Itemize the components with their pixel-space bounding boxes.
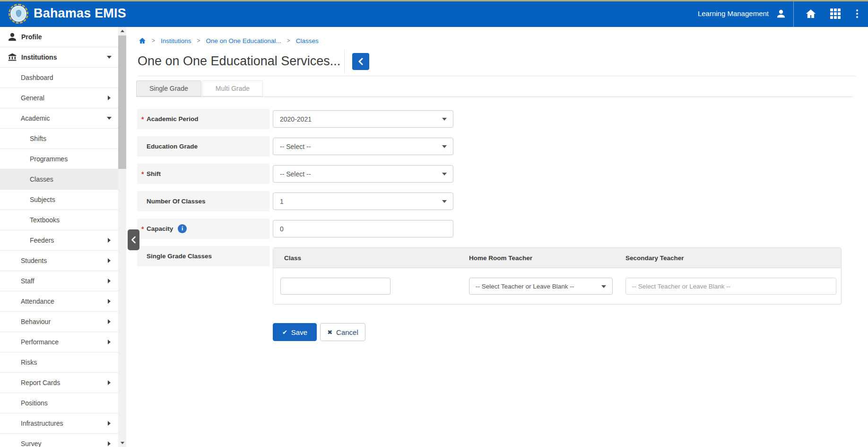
app-header: Bahamas EMIS Learning Management xyxy=(0,0,868,27)
sidebar-item-label: Behaviour xyxy=(21,318,51,325)
sidebar-item-programmes[interactable]: Programmes xyxy=(0,149,118,169)
sidebar-item-label: Subjects xyxy=(30,196,55,203)
chevron-down-icon xyxy=(442,145,447,148)
sidebar-item-risks[interactable]: Risks xyxy=(0,352,118,373)
sidebar-item-label: Students xyxy=(21,257,47,264)
sidebar-item-label: Performance xyxy=(21,338,59,346)
field-label-text: Number Of Classes xyxy=(147,198,206,205)
user-icon[interactable] xyxy=(776,9,786,18)
sidebar-item-survey[interactable]: Survey xyxy=(0,434,118,447)
breadcrumb-separator: > xyxy=(287,37,290,44)
chevron-down-icon xyxy=(442,118,447,121)
sidebar-item-label: Report Cards xyxy=(21,379,60,386)
sidebar-item-positions[interactable]: Positions xyxy=(0,393,118,413)
scrollbar-down-arrow[interactable] xyxy=(118,439,126,447)
sidebar-item-performance[interactable]: Performance xyxy=(0,332,118,352)
secondary-teacher-input[interactable] xyxy=(625,278,836,295)
sidebar-item-label: Profile xyxy=(21,33,42,41)
scrollbar-up-arrow[interactable] xyxy=(118,27,126,35)
field-control-number-of-classes: 1 xyxy=(273,193,453,210)
window-edge-strip xyxy=(0,0,868,1)
sidebar-item-label: Programmes xyxy=(30,155,68,163)
sidebar-item-infrastructures[interactable]: Infrastructures xyxy=(0,413,118,434)
column-header-secondary-teacher: Secondary Teacher xyxy=(625,254,841,262)
user-icon xyxy=(8,32,17,42)
form-fields: *Academic Period2020-2021Education Grade… xyxy=(137,109,868,239)
sidebar-item-report-cards[interactable]: Report Cards xyxy=(0,373,118,393)
sidebar-item-label: Shifts xyxy=(30,135,46,142)
sidebar-item-label: Dashboard xyxy=(21,74,53,81)
cancel-button[interactable]: ✖ Cancel xyxy=(320,323,365,341)
class-name-input[interactable] xyxy=(280,278,391,295)
chevron-right-icon xyxy=(108,96,111,100)
kebab-menu-icon[interactable] xyxy=(855,9,859,19)
sidebar-item-classes[interactable]: Classes xyxy=(0,169,118,190)
sidebar-item-dashboard[interactable]: Dashboard xyxy=(0,68,118,88)
number-of-classes-select[interactable]: 1 xyxy=(273,193,453,210)
header-divider xyxy=(793,0,794,27)
tabs: Single GradeMulti Grade xyxy=(136,81,852,97)
sidebar-item-staff[interactable]: Staff xyxy=(0,271,118,291)
sidebar-item-profile[interactable]: Profile xyxy=(0,27,118,47)
app-window: Bahamas EMIS Learning Management Profile… xyxy=(0,0,868,447)
sidebar-item-attendance[interactable]: Attendance xyxy=(0,291,118,312)
home-room-teacher-select[interactable]: -- Select Teacher or Leave Blank -- xyxy=(469,278,613,295)
sidebar-item-academic[interactable]: Academic xyxy=(0,108,118,129)
form-row-shift: *Shift-- Select -- xyxy=(137,164,868,184)
field-label-education-grade: Education Grade xyxy=(137,136,269,157)
chevron-down-icon xyxy=(442,173,447,175)
academic-period-select[interactable]: 2020-2021 xyxy=(273,110,453,128)
title-divider xyxy=(344,50,345,73)
capacity-input[interactable] xyxy=(273,220,453,237)
field-label-text: Capacity xyxy=(147,225,173,232)
breadcrumb-link-one-on-one-educational[interactable]: One on One Educational... xyxy=(206,37,281,44)
class-form: *Academic Period2020-2021Education Grade… xyxy=(137,109,868,341)
sidebar-collapse-handle[interactable] xyxy=(128,229,139,250)
info-icon[interactable]: i xyxy=(178,224,187,233)
check-icon: ✔ xyxy=(282,329,287,336)
required-asterisk: * xyxy=(141,170,147,178)
form-row-education-grade: Education Grade-- Select -- xyxy=(137,136,868,157)
sidebar-scrollbar[interactable] xyxy=(118,27,126,447)
breadcrumb-link-institutions[interactable]: Institutions xyxy=(161,37,191,44)
sidebar-item-behaviour[interactable]: Behaviour xyxy=(0,312,118,332)
field-label-single-grade-classes: Single Grade Classes xyxy=(137,246,269,266)
sidebar-item-label: Classes xyxy=(30,175,53,183)
required-asterisk: * xyxy=(141,115,147,123)
field-label-number-of-classes: Number Of Classes xyxy=(137,191,269,211)
education-grade-select[interactable]: -- Select -- xyxy=(273,138,453,155)
breadcrumb-home-icon[interactable] xyxy=(139,37,146,44)
scrollbar-thumb[interactable] xyxy=(118,35,126,169)
back-button[interactable] xyxy=(352,53,369,70)
column-header-home-room-teacher: Home Room Teacher xyxy=(469,254,625,262)
breadcrumb-link-classes[interactable]: Classes xyxy=(296,37,319,44)
chevron-down-icon xyxy=(107,117,112,120)
tab-single-grade[interactable]: Single Grade xyxy=(136,80,201,96)
sidebar-item-label: Institutions xyxy=(21,53,57,61)
sidebar-item-textbooks[interactable]: Textbooks xyxy=(0,210,118,230)
field-control-education-grade: -- Select -- xyxy=(273,138,453,155)
shift-select[interactable]: -- Select -- xyxy=(273,165,453,183)
app-title: Bahamas EMIS xyxy=(34,6,126,21)
page-title: One on One Educational Services... xyxy=(138,54,340,69)
field-control-academic-period: 2020-2021 xyxy=(273,110,453,128)
chevron-right-icon xyxy=(108,238,111,243)
chevron-down-icon xyxy=(442,200,447,203)
selected-value: 1 xyxy=(280,198,284,205)
sidebar-item-feeders[interactable]: Feeders xyxy=(0,230,118,251)
home-icon[interactable] xyxy=(805,8,816,19)
sidebar-item-shifts[interactable]: Shifts xyxy=(0,129,118,149)
apps-grid-icon[interactable] xyxy=(830,9,841,19)
sidebar-item-institutions[interactable]: Institutions xyxy=(0,47,118,68)
sidebar-item-label: Feeders xyxy=(30,237,54,244)
form-row-academic-period: *Academic Period2020-2021 xyxy=(137,109,868,129)
bank-icon xyxy=(8,53,17,62)
sidebar-item-general[interactable]: General xyxy=(0,88,118,108)
sidebar-item-subjects[interactable]: Subjects xyxy=(0,190,118,210)
sidebar-item-label: Survey xyxy=(21,440,42,447)
tab-multi-grade[interactable]: Multi Grade xyxy=(202,80,263,96)
learning-management-link[interactable]: Learning Management xyxy=(698,9,769,18)
save-button[interactable]: ✔ Save xyxy=(273,323,317,341)
sidebar-item-students[interactable]: Students xyxy=(0,251,118,271)
field-label-shift: *Shift xyxy=(137,164,269,184)
